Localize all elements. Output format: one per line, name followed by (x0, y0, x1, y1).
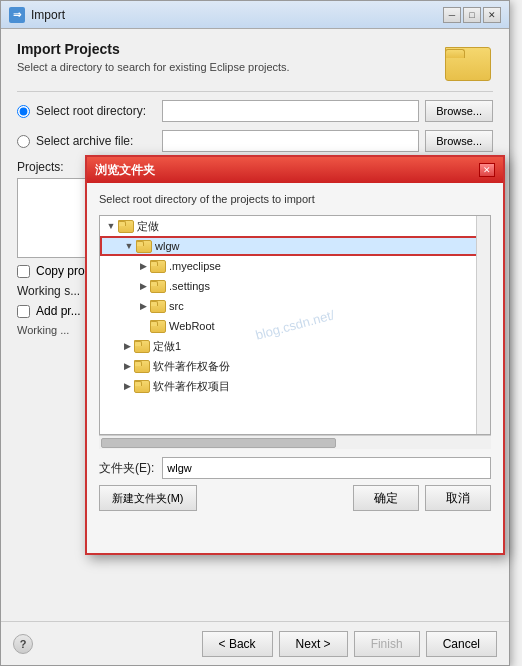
select-archive-radio[interactable] (17, 135, 30, 148)
dialog-title: Import (31, 8, 65, 22)
browse-close-button[interactable]: ✕ (479, 163, 495, 177)
filename-input[interactable] (162, 457, 491, 479)
tree-expander-ding-zuo[interactable]: ▼ (104, 219, 118, 233)
folder-icon-settings (150, 279, 166, 293)
root-directory-input[interactable] (162, 100, 419, 122)
folder-icon-myeclipse (150, 259, 166, 273)
browse-titlebar: 浏览文件夹 ✕ (87, 157, 503, 183)
tree-item-webroot[interactable]: WebRoot (100, 316, 490, 336)
tree-label-wlgw: wlgw (155, 240, 179, 252)
tree-expander-myeclipse[interactable]: ▶ (136, 259, 150, 273)
tree-label-myeclipse: .myeclipse (169, 260, 221, 272)
tree-item-software-bak[interactable]: ▶软件著作权备份 (100, 356, 490, 376)
folder-icon-large (445, 41, 493, 81)
tree-label-ding-zuo: 定做 (137, 219, 159, 234)
browse-action-buttons: 确定 取消 (353, 485, 491, 511)
finish-button[interactable]: Finish (354, 631, 420, 657)
title-left: ⇒ Import (9, 7, 65, 23)
browse-cancel-button[interactable]: 取消 (425, 485, 491, 511)
folder-icon-src (150, 299, 166, 313)
folder-icon-ding-zuo2 (134, 339, 150, 353)
filename-row: 文件夹(E): (99, 457, 491, 479)
tree-item-myeclipse[interactable]: ▶.myeclipse (100, 256, 490, 276)
tree-scrollbar[interactable] (476, 216, 490, 434)
browse-folder-dialog: 浏览文件夹 ✕ Select root directory of the pro… (85, 155, 505, 555)
header-text: Import Projects Select a directory to se… (17, 41, 290, 73)
folder-icon-software-bak (134, 359, 150, 373)
browse-body: Select root directory of the projects to… (87, 183, 503, 519)
tree-item-ding-zuo[interactable]: ▼定做 (100, 216, 490, 236)
help-button[interactable]: ? (13, 634, 33, 654)
tree-expander-wlgw[interactable]: ▼ (122, 239, 136, 253)
folder-icon-ding-zuo (118, 219, 134, 233)
folder-icon-webroot (150, 319, 166, 333)
header-section: Import Projects Select a directory to se… (17, 41, 493, 81)
tree-root: ▼定做▼wlgw▶.myeclipse▶.settings▶srcWebRoot… (100, 216, 490, 396)
dialog-icon: ⇒ (9, 7, 25, 23)
confirm-button[interactable]: 确定 (353, 485, 419, 511)
tree-item-wlgw[interactable]: ▼wlgw (100, 236, 490, 256)
browse-root-button[interactable]: Browse... (425, 100, 493, 122)
cancel-button[interactable]: Cancel (426, 631, 497, 657)
new-folder-button[interactable]: 新建文件夹(M) (99, 485, 197, 511)
archive-file-input[interactable] (162, 130, 419, 152)
minimize-button[interactable]: ─ (443, 7, 461, 23)
tree-label-src: src (169, 300, 184, 312)
browse-instruction: Select root directory of the projects to… (99, 193, 491, 205)
tree-label-settings: .settings (169, 280, 210, 292)
tree-item-src[interactable]: ▶src (100, 296, 490, 316)
maximize-button[interactable]: □ (463, 7, 481, 23)
select-root-radio[interactable] (17, 105, 30, 118)
tree-expander-settings[interactable]: ▶ (136, 279, 150, 293)
back-button[interactable]: < Back (202, 631, 273, 657)
browse-dialog-title: 浏览文件夹 (95, 162, 155, 179)
dialog-footer: ? < Back Next > Finish Cancel (1, 621, 509, 665)
tree-label-webroot: WebRoot (169, 320, 215, 332)
browse-archive-button[interactable]: Browse... (425, 130, 493, 152)
filename-label: 文件夹(E): (99, 460, 154, 477)
dialog-description: Select a directory to search for existin… (17, 61, 290, 73)
folder-icon-software-proj (134, 379, 150, 393)
dialog-titlebar: ⇒ Import ─ □ ✕ (1, 1, 509, 29)
working-set-label: Working s... (17, 284, 80, 298)
divider-1 (17, 91, 493, 92)
tree-expander-software-bak[interactable]: ▶ (120, 359, 134, 373)
file-tree[interactable]: blog.csdn.net/ ▼定做▼wlgw▶.myeclipse▶.sett… (99, 215, 491, 435)
tree-label-software-bak: 软件著作权备份 (153, 359, 230, 374)
select-archive-label: Select archive file: (36, 134, 156, 148)
titlebar-buttons: ─ □ ✕ (443, 7, 501, 23)
tree-expander-src[interactable]: ▶ (136, 299, 150, 313)
tree-item-settings[interactable]: ▶.settings (100, 276, 490, 296)
tree-label-ding-zuo2: 定做1 (153, 339, 181, 354)
footer-left: ? (13, 634, 33, 654)
browse-footer: 新建文件夹(M) 确定 取消 (99, 485, 491, 511)
add-label: Add pr... (36, 304, 81, 318)
tree-expander-software-proj[interactable]: ▶ (120, 379, 134, 393)
folder-icon-wlgw (136, 239, 152, 253)
hscroll-thumb (101, 438, 336, 448)
dialog-heading: Import Projects (17, 41, 290, 57)
tree-item-software-proj[interactable]: ▶软件著作权项目 (100, 376, 490, 396)
next-button[interactable]: Next > (279, 631, 348, 657)
select-archive-row: Select archive file: Browse... (17, 130, 493, 152)
select-root-row: Select root directory: Browse... (17, 100, 493, 122)
tree-item-ding-zuo2[interactable]: ▶定做1 (100, 336, 490, 356)
tree-label-software-proj: 软件著作权项目 (153, 379, 230, 394)
select-root-label: Select root directory: (36, 104, 156, 118)
add-checkbox[interactable] (17, 305, 30, 318)
tree-expander-ding-zuo2[interactable]: ▶ (120, 339, 134, 353)
copy-checkbox[interactable] (17, 265, 30, 278)
close-button[interactable]: ✕ (483, 7, 501, 23)
hscroll-bar[interactable] (99, 435, 491, 449)
tree-expander-webroot[interactable] (136, 319, 150, 333)
